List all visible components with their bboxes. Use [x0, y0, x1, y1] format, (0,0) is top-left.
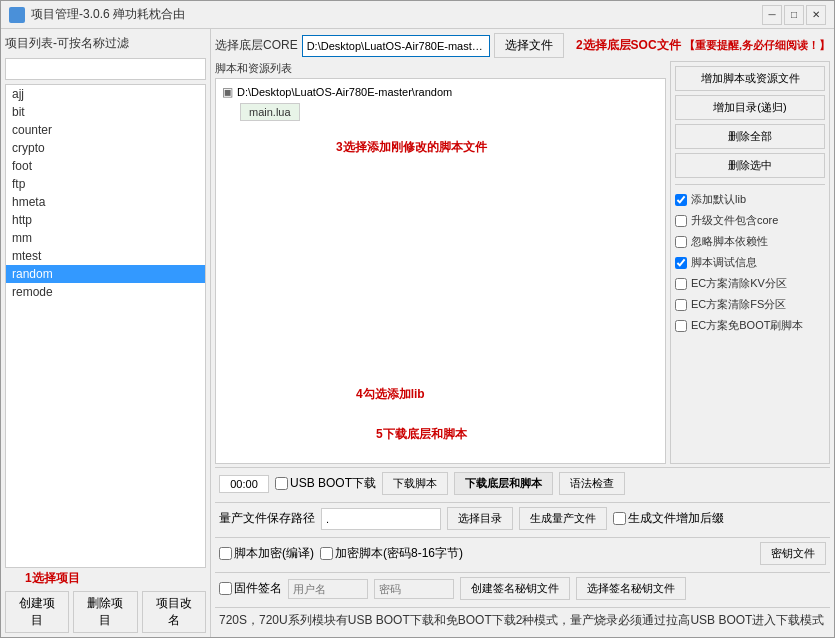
usb-boot-checkbox-row[interactable]: USB BOOT下载 — [275, 475, 376, 492]
add-script-button[interactable]: 增加脚本或资源文件 — [675, 66, 825, 91]
maximize-button[interactable]: □ — [784, 5, 804, 25]
suffix-checkbox-row[interactable]: 生成文件增加后缀 — [613, 510, 724, 527]
annotation-5: 5下载底层和脚本 — [376, 426, 467, 443]
encrypt-password-checkbox[interactable] — [320, 547, 333, 560]
encrypt-compile-label: 脚本加密(编译) — [234, 545, 314, 562]
project-item-crypto[interactable]: crypto — [6, 139, 205, 157]
encrypt-compile-checkbox[interactable] — [219, 547, 232, 560]
checkbox-ec-kv-label: EC方案清除KV分区 — [691, 276, 787, 291]
encrypt-password-checkbox-row[interactable]: 加密脚本(密码8-16字节) — [320, 545, 463, 562]
annotation-1: 1选择项目 — [25, 571, 80, 585]
main-window: 项目管理-3.0.6 殚功耗枕合由 ─ □ ✕ 项目列表-可按名称过滤 ajj … — [0, 0, 835, 638]
scripts-panel: 脚本和资源列表 ▣ D:\Desktop\LuatOS-Air780E-mast… — [215, 61, 666, 464]
checkbox-include-core[interactable]: 升级文件包含core — [675, 212, 825, 229]
rename-project-button[interactable]: 项目改名 — [142, 591, 206, 633]
create-key-button[interactable]: 创建签名秘钥文件 — [460, 577, 570, 600]
core-path-input[interactable] — [302, 35, 490, 57]
file-chip-main-lua[interactable]: main.lua — [240, 103, 300, 121]
project-item-bit[interactable]: bit — [6, 103, 205, 121]
firmware-sign-checkbox-row[interactable]: 固件签名 — [219, 580, 282, 597]
divider-1 — [675, 184, 825, 185]
bottom-info-text: 720S，720U系列模块有USB BOOT下载和免BOOT下载2种模式，量产烧… — [219, 613, 824, 627]
download-both-button[interactable]: 下载底层和脚本 — [454, 472, 553, 495]
firmware-sign-checkbox[interactable] — [219, 582, 232, 595]
syntax-check-button[interactable]: 语法检查 — [559, 472, 625, 495]
firmware-bar: 固件签名 创建签名秘钥文件 选择签名秘钥文件 — [215, 572, 830, 604]
encrypt-bar: 脚本加密(编译) 加密脚本(密码8-16字节) 密钥文件 — [215, 537, 830, 569]
folder-row: ▣ D:\Desktop\LuatOS-Air780E-master\rando… — [220, 83, 661, 101]
window-title: 项目管理-3.0.6 殚功耗枕合由 — [31, 6, 185, 23]
project-item-remode[interactable]: remode — [6, 283, 205, 301]
left-bottom-buttons: 创建项目 删除项目 项目改名 — [5, 587, 206, 633]
annotation-3: 3选择添加刚修改的脚本文件 — [336, 139, 487, 156]
scripts-section-title: 脚本和资源列表 — [215, 61, 666, 76]
right-options-panel: 增加脚本或资源文件 增加目录(递归) 删除全部 删除选中 添加默认lib 升级文… — [670, 61, 830, 464]
folder-minus-icon: ▣ — [222, 85, 233, 99]
checkbox-ignore-deps-input[interactable] — [675, 236, 687, 248]
checkbox-add-lib[interactable]: 添加默认lib — [675, 191, 825, 208]
delete-selected-button[interactable]: 删除选中 — [675, 153, 825, 178]
usb-boot-label: USB BOOT下载 — [290, 475, 376, 492]
checkbox-include-core-label: 升级文件包含core — [691, 213, 778, 228]
select-core-file-button[interactable]: 选择文件 — [494, 33, 564, 58]
title-bar-left: 项目管理-3.0.6 殚功耗枕合由 — [9, 6, 185, 23]
minimize-button[interactable]: ─ — [762, 5, 782, 25]
project-item-http[interactable]: http — [6, 211, 205, 229]
project-item-random[interactable]: random — [6, 265, 205, 283]
checkbox-ec-fs[interactable]: EC方案清除FS分区 — [675, 296, 825, 313]
secret-key-button[interactable]: 密钥文件 — [760, 542, 826, 565]
download-script-button[interactable]: 下载脚本 — [382, 472, 448, 495]
checkbox-ec-fs-input[interactable] — [675, 299, 687, 311]
project-item-counter[interactable]: counter — [6, 121, 205, 139]
add-directory-button[interactable]: 增加目录(递归) — [675, 95, 825, 120]
core-row: 选择底层CORE 选择文件 2选择底层SOC文件 【重要提醒,务必仔细阅读！】 — [215, 33, 830, 58]
file-row: main.lua — [220, 101, 661, 123]
project-item-mtest[interactable]: mtest — [6, 247, 205, 265]
delete-all-button[interactable]: 删除全部 — [675, 124, 825, 149]
encrypt-compile-checkbox-row[interactable]: 脚本加密(编译) — [219, 545, 314, 562]
checkbox-ec-fs-label: EC方案清除FS分区 — [691, 297, 786, 312]
delete-project-button[interactable]: 删除项目 — [73, 591, 137, 633]
production-path-label: 量产文件保存路径 — [219, 510, 315, 527]
suffix-label: 生成文件增加后缀 — [628, 510, 724, 527]
select-key-button[interactable]: 选择签名秘钥文件 — [576, 577, 686, 600]
project-item-foot[interactable]: foot — [6, 157, 205, 175]
panel-content: 脚本和资源列表 ▣ D:\Desktop\LuatOS-Air780E-mast… — [215, 61, 830, 464]
right-area: 选择底层CORE 选择文件 2选择底层SOC文件 【重要提醒,务必仔细阅读！】 … — [211, 29, 834, 637]
annotation-4: 4勾选添加lib — [356, 386, 425, 403]
checkbox-ec-kv-input[interactable] — [675, 278, 687, 290]
usb-boot-checkbox[interactable] — [275, 477, 288, 490]
scripts-container: ▣ D:\Desktop\LuatOS-Air780E-master\rando… — [215, 78, 666, 464]
firmware-sign-label: 固件签名 — [234, 580, 282, 597]
create-project-button[interactable]: 创建项目 — [5, 591, 69, 633]
close-button[interactable]: ✕ — [806, 5, 826, 25]
download-bar: 00:00 USB BOOT下载 下载脚本 下载底层和脚本 语法检查 — [215, 467, 830, 499]
password-input[interactable] — [374, 579, 454, 599]
checkbox-ec-boot-input[interactable] — [675, 320, 687, 332]
checkbox-add-lib-label: 添加默认lib — [691, 192, 746, 207]
checkbox-debug-info[interactable]: 脚本调试信息 — [675, 254, 825, 271]
time-display: 00:00 — [219, 475, 269, 493]
folder-path: D:\Desktop\LuatOS-Air780E-master\random — [237, 86, 452, 98]
checkbox-debug-info-input[interactable] — [675, 257, 687, 269]
checkbox-include-core-input[interactable] — [675, 215, 687, 227]
project-search-input[interactable] — [5, 58, 206, 80]
checkbox-add-lib-input[interactable] — [675, 194, 687, 206]
project-list: ajj bit counter crypto foot ftp hmeta ht… — [5, 84, 206, 568]
select-dir-button[interactable]: 选择目录 — [447, 507, 513, 530]
encrypt-password-label: 加密脚本(密码8-16字节) — [335, 545, 463, 562]
bottom-info: 720S，720U系列模块有USB BOOT下载和免BOOT下载2种模式，量产烧… — [215, 607, 830, 633]
production-path-input[interactable] — [321, 508, 441, 530]
checkbox-ec-kv[interactable]: EC方案清除KV分区 — [675, 275, 825, 292]
project-item-ajj[interactable]: ajj — [6, 85, 205, 103]
checkbox-ignore-deps[interactable]: 忽略脚本依赖性 — [675, 233, 825, 250]
project-item-hmeta[interactable]: hmeta — [6, 193, 205, 211]
checkbox-ec-boot[interactable]: EC方案免BOOT刷脚本 — [675, 317, 825, 334]
app-icon — [9, 7, 25, 23]
project-item-ftp[interactable]: ftp — [6, 175, 205, 193]
username-input[interactable] — [288, 579, 368, 599]
annotation-2: 2选择底层SOC文件 【重要提醒,务必仔细阅读！】 — [576, 37, 830, 54]
generate-production-button[interactable]: 生成量产文件 — [519, 507, 607, 530]
suffix-checkbox[interactable] — [613, 512, 626, 525]
project-item-mm[interactable]: mm — [6, 229, 205, 247]
